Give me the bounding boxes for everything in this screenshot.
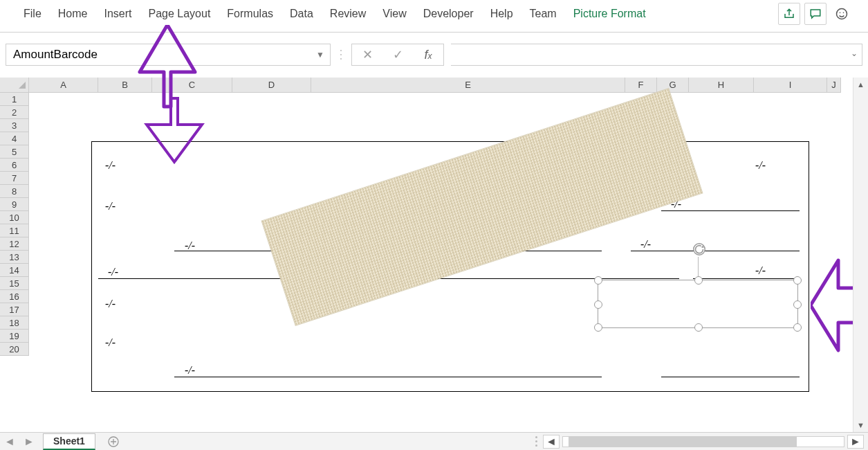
row-header-1[interactable]: 1	[0, 93, 29, 106]
rotate-icon	[692, 242, 707, 257]
tabstrip-grip[interactable]	[535, 436, 537, 447]
col-header-I[interactable]: I	[754, 78, 827, 93]
placeholder-bank-line1: -/-	[105, 298, 116, 310]
tab-insert[interactable]: Insert	[95, 0, 140, 28]
scroll-up-icon[interactable]: ▲	[853, 78, 868, 91]
callout-arrow-left	[126, 25, 202, 129]
line-memo	[174, 377, 602, 377]
feedback-button[interactable]	[831, 3, 853, 25]
drawing-canvas: -/- -/- -/- -/- -/- -/- -/- -/- -/- -/- …	[29, 93, 851, 432]
row-header-3[interactable]: 3	[0, 119, 29, 132]
selected-object-amountbarcode[interactable]	[598, 280, 798, 328]
formula-buttons: ✕ ✓ fx	[351, 44, 444, 66]
row-header-19[interactable]: 19	[0, 330, 29, 343]
row-headers: 1234567891011121314151617181920	[0, 93, 29, 356]
row-header-4[interactable]: 4	[0, 132, 29, 145]
fx-icon: fx	[424, 48, 432, 62]
sheet-tab-active[interactable]: Sheet1	[43, 433, 95, 450]
handle-s[interactable]	[694, 323, 703, 332]
tab-file[interactable]: File	[15, 0, 50, 28]
tab-review[interactable]: Review	[322, 0, 374, 28]
svg-point-2	[843, 12, 844, 14]
scroll-down-icon[interactable]: ▼	[853, 418, 868, 432]
row-header-16[interactable]: 16	[0, 290, 29, 303]
select-all-triangle-icon	[19, 82, 26, 89]
placeholder-date-label: -/-	[105, 159, 116, 172]
row-header-12[interactable]: 12	[0, 237, 29, 251]
add-sheet-button[interactable]	[104, 436, 123, 447]
handle-se[interactable]	[793, 323, 802, 332]
line-amount-box-top	[661, 210, 800, 211]
handle-e[interactable]	[793, 300, 802, 309]
tab-developer[interactable]: Developer	[415, 0, 482, 28]
row-header-13[interactable]: 13	[0, 251, 29, 264]
col-header-H[interactable]: H	[689, 78, 754, 93]
hscroll-track[interactable]	[562, 436, 844, 447]
x-icon: ✕	[362, 47, 373, 62]
row-header-10[interactable]: 10	[0, 211, 29, 224]
share-button[interactable]	[778, 3, 800, 25]
placeholder-bank-line2: -/-	[105, 336, 116, 349]
row-header-11[interactable]: 11	[0, 224, 29, 237]
row-header-18[interactable]: 18	[0, 316, 29, 330]
formula-expand-icon[interactable]: ⌄	[851, 48, 858, 58]
col-header-D[interactable]: D	[232, 78, 311, 93]
row-header-5[interactable]: 5	[0, 145, 29, 159]
tab-data[interactable]: Data	[281, 0, 322, 28]
smiley-icon	[835, 7, 849, 21]
tab-page-layout[interactable]: Page Layout	[140, 0, 219, 28]
worksheet: ABCDEFGHIJ 12345678910111213141516171819…	[0, 78, 868, 432]
insert-function-button[interactable]: fx	[413, 44, 443, 65]
formula-bar-grip[interactable]	[338, 50, 344, 60]
tab-home[interactable]: Home	[50, 0, 96, 28]
tab-formulas[interactable]: Formulas	[219, 0, 281, 28]
enter-formula-button[interactable]: ✓	[382, 44, 413, 65]
placeholder-cents: -/-	[755, 264, 766, 277]
row-header-6[interactable]: 6	[0, 159, 29, 172]
placeholder-amount-words: -/-	[108, 266, 118, 278]
svg-point-0	[837, 9, 847, 19]
row-header-14[interactable]: 14	[0, 264, 29, 277]
horizontal-scrollbar[interactable]: ◄ ►	[543, 435, 868, 449]
row-header-15[interactable]: 15	[0, 277, 29, 290]
hscroll-left[interactable]: ◄	[543, 435, 560, 449]
hscroll-right[interactable]: ►	[847, 435, 864, 449]
handle-ne[interactable]	[793, 276, 802, 285]
tab-help[interactable]: Help	[482, 0, 521, 28]
placeholder-memo: -/-	[185, 364, 195, 377]
name-box-dropdown-icon[interactable]: ▼	[316, 50, 324, 60]
check-icon: ✓	[393, 47, 403, 62]
hscroll-thumb[interactable]	[569, 437, 797, 447]
handle-n[interactable]	[694, 276, 703, 285]
handle-sw[interactable]	[594, 323, 602, 332]
ribbon-tabs: File Home Insert Page Layout Formulas Da…	[0, 0, 868, 28]
row-header-9[interactable]: 9	[0, 198, 29, 211]
tab-nav-next[interactable]: ►	[19, 433, 39, 451]
comments-button[interactable]	[804, 3, 827, 25]
tab-team[interactable]: Team	[521, 0, 565, 28]
placeholder-payto-label: -/-	[105, 200, 116, 213]
col-header-E[interactable]: E	[311, 78, 625, 93]
row-header-7[interactable]: 7	[0, 172, 29, 185]
placeholder-date-value: -/-	[755, 159, 766, 172]
row-header-17[interactable]: 17	[0, 303, 29, 316]
handle-nw[interactable]	[594, 276, 602, 285]
col-header-A[interactable]: A	[29, 78, 98, 93]
cancel-formula-button[interactable]: ✕	[352, 44, 382, 65]
handle-w[interactable]	[594, 300, 602, 309]
formula-input[interactable]: ⌄	[451, 44, 862, 66]
row-header-20[interactable]: 20	[0, 343, 29, 356]
col-header-F[interactable]: F	[625, 78, 657, 93]
cells-area[interactable]: -/- -/- -/- -/- -/- -/- -/- -/- -/- -/- …	[29, 93, 851, 432]
rotate-handle[interactable]	[692, 242, 707, 257]
tab-picture-format[interactable]: Picture Format	[565, 0, 654, 28]
placeholder-dollar: -/-	[640, 238, 651, 251]
tab-nav-prev[interactable]: ◄	[0, 433, 19, 451]
tab-view[interactable]: View	[374, 0, 414, 28]
select-all-corner[interactable]	[0, 78, 29, 93]
row-header-2[interactable]: 2	[0, 106, 29, 119]
row-header-8[interactable]: 8	[0, 185, 29, 198]
col-header-J[interactable]: J	[827, 78, 841, 93]
vertical-scrollbar[interactable]: ▲ ▼	[853, 78, 868, 432]
sheet-tab-strip: ◄ ► Sheet1 ◄ ►	[0, 432, 868, 450]
